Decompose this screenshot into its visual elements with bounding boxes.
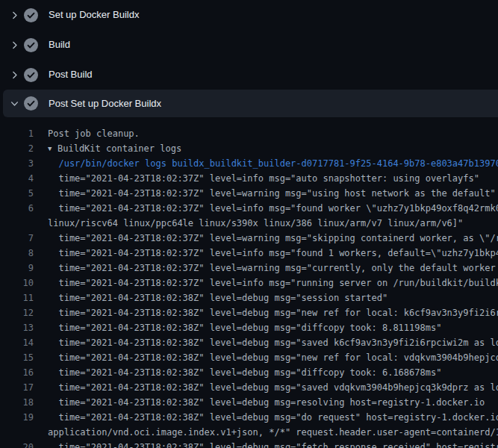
step-label: Post Set up Docker Buildx — [49, 97, 161, 111]
log-area: 1Post job cleanup.2▼BuildKit container l… — [0, 117, 498, 448]
log-line-continuation: application/vnd.oci.image.index.v1+json,… — [0, 425, 498, 440]
log-text: time="2021-04-23T18:02:38Z" level=debug … — [48, 440, 498, 448]
log-line-number[interactable]: 10 — [0, 276, 34, 290]
log-text: application/vnd.oci.image.index.v1+json,… — [48, 425, 498, 440]
log-line-number[interactable]: 9 — [0, 261, 34, 276]
log-text: time="2021-04-23T18:02:37Z" level=info m… — [48, 246, 498, 261]
log-line-number[interactable]: 11 — [0, 290, 34, 305]
log-line: 15 time="2021-04-23T18:02:38Z" level=deb… — [0, 350, 498, 365]
log-line: 8 time="2021-04-23T18:02:37Z" level=info… — [0, 246, 498, 261]
chevron-right-icon — [9, 69, 19, 80]
log-line-number[interactable]: 20 — [0, 440, 34, 448]
step-label: Set up Docker Buildx — [49, 8, 139, 22]
log-text: time="2021-04-23T18:02:37Z" level=info m… — [48, 276, 498, 290]
check-circle-icon — [24, 68, 38, 82]
log-line: 11 time="2021-04-23T18:02:38Z" level=deb… — [0, 290, 498, 305]
log-line-number[interactable]: 14 — [0, 335, 34, 350]
log-text: time="2021-04-23T18:02:38Z" level=debug … — [48, 410, 498, 425]
log-group-title[interactable]: BuildKit container logs — [57, 141, 181, 156]
log-line: 3 /usr/bin/docker logs buildx_buildkit_b… — [0, 156, 498, 171]
log-line: 18 time="2021-04-23T18:02:38Z" level=deb… — [0, 395, 498, 410]
step-row-build[interactable]: Build — [0, 30, 498, 60]
log-text: time="2021-04-23T18:02:38Z" level=debug … — [48, 305, 498, 320]
log-line-number[interactable]: 18 — [0, 395, 34, 410]
log-line-number[interactable]: 5 — [0, 186, 34, 201]
log-text: time="2021-04-23T18:02:37Z" level=info m… — [48, 201, 498, 216]
log-line: 16 time="2021-04-23T18:02:38Z" level=deb… — [0, 365, 498, 380]
log-text: time="2021-04-23T18:02:38Z" level=debug … — [48, 335, 498, 350]
log-text: time="2021-04-23T18:02:37Z" level=warnin… — [48, 186, 496, 201]
log-line: 2▼BuildKit container logs — [0, 141, 498, 156]
log-line-number[interactable]: 17 — [0, 380, 34, 395]
log-line-continuation: linux/riscv64 linux/ppc64le linux/s390x … — [0, 216, 498, 231]
log-line-number[interactable]: 7 — [0, 231, 34, 246]
log-text: linux/riscv64 linux/ppc64le linux/s390x … — [48, 216, 463, 231]
log-text: time="2021-04-23T18:02:37Z" level=warnin… — [48, 231, 498, 246]
log-line: 14 time="2021-04-23T18:02:38Z" level=deb… — [0, 335, 498, 350]
group-toggle-icon[interactable]: ▼ — [48, 141, 57, 156]
log-text: time="2021-04-23T18:02:38Z" level=debug … — [48, 395, 485, 410]
log-line: 12 time="2021-04-23T18:02:38Z" level=deb… — [0, 305, 498, 320]
log-line: 7 time="2021-04-23T18:02:37Z" level=warn… — [0, 231, 498, 246]
log-text: time="2021-04-23T18:02:37Z" level=info m… — [48, 171, 479, 186]
log-line-number[interactable]: 2 — [0, 141, 34, 156]
log-line-number[interactable]: 19 — [0, 410, 34, 425]
log-line-number[interactable]: 3 — [0, 156, 34, 171]
log-text: time="2021-04-23T18:02:38Z" level=debug … — [48, 380, 498, 395]
log-text: time="2021-04-23T18:02:38Z" level=debug … — [48, 365, 441, 380]
log-line-number[interactable]: 12 — [0, 305, 34, 320]
log-line-number — [0, 216, 34, 231]
log-line: 5 time="2021-04-23T18:02:37Z" level=warn… — [0, 186, 498, 201]
log-line-number[interactable]: 6 — [0, 201, 34, 216]
log-text: time="2021-04-23T18:02:38Z" level=debug … — [48, 290, 387, 305]
log-line: 4 time="2021-04-23T18:02:37Z" level=info… — [0, 171, 498, 186]
log-line-number[interactable]: 8 — [0, 246, 34, 261]
log-line-number[interactable]: 16 — [0, 365, 34, 380]
step-list: Set up Docker BuildxBuildPost BuildPost … — [0, 0, 498, 117]
chevron-right-icon — [9, 10, 19, 20]
log-text: time="2021-04-23T18:02:38Z" level=debug … — [48, 320, 441, 335]
step-label: Build — [49, 38, 70, 52]
step-row-post-set-up-docker-buildx[interactable]: Post Set up Docker Buildx — [3, 90, 498, 117]
log-line: 20 time="2021-04-23T18:02:38Z" level=deb… — [0, 440, 498, 448]
check-circle-icon — [24, 38, 38, 52]
log-line-number[interactable]: 4 — [0, 171, 34, 186]
log-text: Post job cleanup. — [48, 126, 140, 141]
log-line: 10 time="2021-04-23T18:02:37Z" level=inf… — [0, 276, 498, 290]
chevron-down-icon — [9, 99, 19, 109]
log-line: 1Post job cleanup. — [0, 126, 498, 141]
log-line: 13 time="2021-04-23T18:02:38Z" level=deb… — [0, 320, 498, 335]
check-circle-icon — [24, 96, 38, 111]
log-line: 19 time="2021-04-23T18:02:38Z" level=deb… — [0, 410, 498, 425]
step-row-post-build[interactable]: Post Build — [0, 60, 498, 90]
log-line: 6 time="2021-04-23T18:02:37Z" level=info… — [0, 201, 498, 216]
log-line-number[interactable]: 1 — [0, 126, 34, 141]
log-line-number[interactable]: 13 — [0, 320, 34, 335]
log-line-number[interactable]: 15 — [0, 350, 34, 365]
check-circle-icon — [24, 8, 38, 22]
log-text: time="2021-04-23T18:02:38Z" level=debug … — [48, 350, 498, 365]
chevron-right-icon — [9, 40, 19, 50]
step-label: Post Build — [49, 68, 93, 81]
workflow-log-panel: Set up Docker BuildxBuildPost BuildPost … — [0, 0, 498, 448]
log-line: 9 time="2021-04-23T18:02:37Z" level=warn… — [0, 261, 498, 276]
log-line: 17 time="2021-04-23T18:02:38Z" level=deb… — [0, 380, 498, 395]
log-command-text: /usr/bin/docker logs buildx_buildkit_bui… — [48, 156, 498, 171]
step-row-set-up-docker-buildx[interactable]: Set up Docker Buildx — [0, 0, 498, 30]
log-line-number — [0, 425, 34, 440]
log-text: time="2021-04-23T18:02:37Z" level=warnin… — [48, 261, 498, 276]
